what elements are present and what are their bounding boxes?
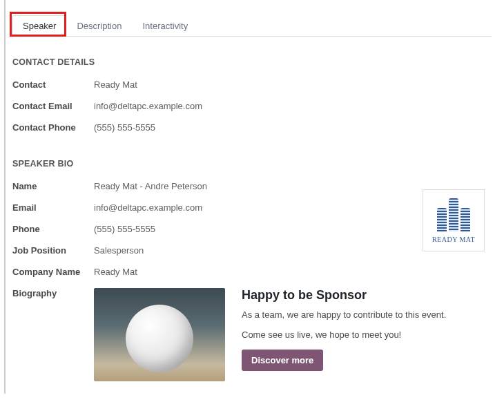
tab-interactivity[interactable]: Interactivity	[132, 15, 198, 37]
contact-label: Contact	[12, 79, 94, 90]
contact-email-label: Contact Email	[12, 101, 94, 111]
biography-image	[94, 288, 225, 381]
speaker-bio-title: SPEAKER BIO	[12, 159, 492, 169]
field-biography: Biography Happy to be Sponsor As a team,…	[12, 283, 492, 381]
left-divider	[4, 0, 6, 394]
field-contact-phone: Contact Phone (555) 555-5555	[12, 117, 492, 138]
biography-text: Happy to be Sponsor As a team, we are ha…	[242, 288, 492, 371]
biography-paragraph-2: Come see us live, we hope to meet you!	[242, 330, 492, 340]
email-value: info@deltapc.example.com	[94, 202, 202, 213]
contact-phone-value: (555) 555-5555	[94, 122, 155, 133]
field-contact: Contact Ready Mat	[12, 74, 492, 95]
phone-label: Phone	[12, 224, 94, 234]
field-job-position: Job Position Salesperson	[12, 240, 492, 261]
company-name-value: Ready Mat	[94, 267, 137, 277]
company-name-label: Company Name	[12, 267, 94, 277]
speaker-product-icon	[126, 305, 193, 372]
email-label: Email	[12, 202, 94, 213]
discover-more-button[interactable]: Discover more	[242, 350, 323, 371]
company-logo-text: READY MAT	[432, 236, 475, 243]
contact-details-section: CONTACT DETAILS Contact Ready Mat Contac…	[12, 57, 492, 138]
field-name: Name Ready Mat - Andre Peterson	[12, 175, 492, 197]
name-value: Ready Mat - Andre Peterson	[94, 181, 207, 191]
tab-description[interactable]: Description	[66, 15, 132, 37]
biography-paragraph-1: As a team, we are happy to contribute to…	[242, 309, 492, 320]
company-logo: READY MAT	[423, 189, 485, 251]
page-root: Speaker Description Interactivity CONTAC…	[0, 0, 504, 394]
phone-value: (555) 555-5555	[94, 224, 155, 234]
logo-towers-icon	[437, 198, 470, 231]
biography-label: Biography	[12, 288, 94, 298]
field-phone: Phone (555) 555-5555	[12, 218, 492, 240]
contact-value: Ready Mat	[94, 79, 137, 90]
tab-bar: Speaker Description Interactivity	[12, 12, 492, 37]
biography-heading: Happy to be Sponsor	[242, 288, 492, 303]
tab-speaker[interactable]: Speaker	[12, 15, 66, 37]
job-position-label: Job Position	[12, 245, 94, 256]
field-email: Email info@deltapc.example.com	[12, 197, 492, 218]
contact-phone-label: Contact Phone	[12, 122, 94, 133]
contact-email-value: info@deltapc.example.com	[94, 101, 202, 111]
speaker-bio-section: SPEAKER BIO READY MAT Name Ready Mat - A…	[12, 159, 492, 381]
job-position-value: Salesperson	[94, 245, 144, 256]
contact-details-title: CONTACT DETAILS	[12, 57, 492, 67]
field-contact-email: Contact Email info@deltapc.example.com	[12, 95, 492, 117]
name-label: Name	[12, 181, 94, 191]
field-company-name: Company Name Ready Mat	[12, 261, 492, 283]
